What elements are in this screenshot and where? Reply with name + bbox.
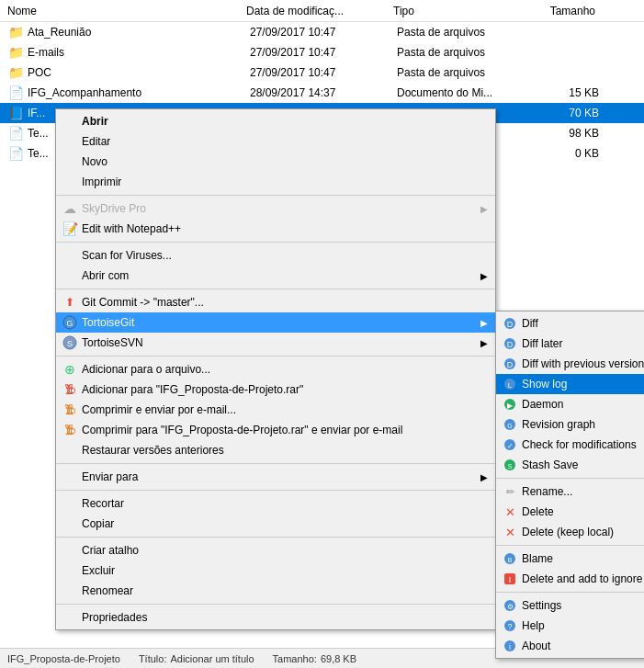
submenu-separator <box>496 478 644 479</box>
submenu-item-diff-prev[interactable]: D Diff with previous version <box>496 354 644 374</box>
submenu-item-diff-later[interactable]: D Diff later <box>496 334 644 354</box>
file-type: Pasta de arquivos <box>397 26 525 39</box>
menu-item-scan[interactable]: Scan for Viruses... <box>56 245 495 266</box>
notepad-icon: 📝 <box>62 221 78 237</box>
svg-text:D: D <box>507 360 514 369</box>
menu-item-git-commit[interactable]: ⬆ Git Commit -> "master"... <box>56 292 495 312</box>
menu-item-propriedades[interactable]: Propriedades <box>56 607 495 628</box>
file-type: Pasta de arquivos <box>397 66 525 79</box>
menu-item-excluir[interactable]: Excluir <box>56 560 495 581</box>
submenu-item-delete-local[interactable]: ✕ Delete (keep local) <box>496 522 644 542</box>
menu-item-editar[interactable]: Editar <box>56 131 495 152</box>
submenu-item-daemon[interactable]: ▶ Daemon <box>496 394 644 414</box>
file-name: IFG_Acompanhamento <box>28 86 250 99</box>
delete-icon: ✕ <box>502 504 518 520</box>
menu-item-adicionar-rar[interactable]: 🗜 Adicionar para "IFG_Proposta-de-Projet… <box>56 379 495 400</box>
propriedades-icon <box>62 609 78 626</box>
svg-text:I: I <box>509 575 512 584</box>
file-date: 27/09/2017 10:47 <box>250 66 397 79</box>
column-tamanho: Tamanho <box>522 5 595 17</box>
criar-atalho-icon <box>62 542 78 559</box>
submenu-item-stash-save[interactable]: S Stash Save <box>496 455 644 475</box>
zip-orange2-icon: 🗜 <box>62 422 78 438</box>
submenu-item-settings[interactable]: ⚙ Settings <box>496 595 644 616</box>
svg-text:B: B <box>508 557 513 563</box>
file-name: Ata_Reunião <box>28 26 250 39</box>
menu-item-restaurar[interactable]: Restaurar versões anteriores <box>56 440 495 460</box>
doc-icon: 📘 <box>7 106 24 120</box>
file-row[interactable]: 📄 IFG_Acompanhamento 28/09/2017 14:37 Do… <box>0 83 644 103</box>
restaurar-icon <box>62 442 78 459</box>
menu-item-criar-atalho[interactable]: Criar atalho <box>56 540 495 560</box>
size-label: Tamanho: <box>273 653 317 664</box>
submenu-item-rename[interactable]: ✏ Rename... <box>496 481 644 502</box>
file-name: POC <box>28 66 250 79</box>
tortoisesvn-icon: S <box>62 334 78 351</box>
svg-text:G: G <box>66 319 73 328</box>
submenu-separator <box>496 592 644 593</box>
separator <box>56 463 495 464</box>
menu-item-comprimir-rar[interactable]: 🗜 Comprimir para "IFG_Proposta-de-Projet… <box>56 420 495 440</box>
menu-item-abrir-com[interactable]: Abrir com <box>56 266 495 286</box>
menu-item-tortoisegit[interactable]: G TortoiseGit D Diff D Diff later <box>56 312 495 333</box>
menu-item-tortoisesvn[interactable]: S TortoiseSVN <box>56 333 495 353</box>
submenu-item-show-log[interactable]: L Show log <box>496 374 644 394</box>
svg-text:⚙: ⚙ <box>507 603 514 611</box>
submenu-item-check-mods[interactable]: ✓ Check for modifications <box>496 435 644 455</box>
svg-text:i: i <box>509 642 511 651</box>
excluir-icon <box>62 562 78 579</box>
blame-icon: B <box>502 550 518 567</box>
recortar-icon <box>62 495 78 512</box>
folder-icon: 📁 <box>7 25 24 40</box>
tortoisegit-icon: G <box>62 314 78 331</box>
menu-item-imprimir[interactable]: Imprimir <box>56 172 495 192</box>
file-date: 27/09/2017 10:47 <box>250 26 397 39</box>
file-row[interactable]: 📁 Ata_Reunião 27/09/2017 10:47 Pasta de … <box>0 22 644 42</box>
menu-item-copiar[interactable]: Copiar <box>56 514 495 534</box>
diff-prev-icon: D <box>502 356 518 372</box>
file-list-header: Nome Data de modificaç... Tipo Tamanho <box>0 0 644 22</box>
menu-item-abrir[interactable]: Abrir <box>56 111 495 131</box>
diff-icon: D <box>502 315 518 332</box>
check-mods-icon: ✓ <box>502 436 518 453</box>
menu-item-enviar[interactable]: Enviar para <box>56 467 495 487</box>
abrir-icon <box>62 113 78 130</box>
svg-text:S: S <box>67 339 73 348</box>
separator <box>56 490 495 491</box>
doc-icon: 📄 <box>7 126 24 141</box>
menu-item-comprimir[interactable]: 🗜 Comprimir e enviar por e-mail... <box>56 400 495 420</box>
delete-ignore-icon: I <box>502 571 518 587</box>
menu-item-notepad[interactable]: 📝 Edit with Notepad++ <box>56 219 495 239</box>
column-nome: Nome <box>7 5 246 17</box>
separator <box>56 604 495 605</box>
menu-item-recortar[interactable]: Recortar <box>56 493 495 514</box>
submenu-item-blame[interactable]: B Blame <box>496 549 644 569</box>
svg-text:✓: ✓ <box>507 442 514 450</box>
editar-icon <box>62 133 78 150</box>
file-row[interactable]: 📁 POC 27/09/2017 10:47 Pasta de arquivos <box>0 62 644 83</box>
submenu-item-help[interactable]: ? Help <box>496 616 644 636</box>
daemon-icon: ▶ <box>502 396 518 413</box>
svg-text:S: S <box>508 463 513 470</box>
menu-item-adicionar[interactable]: ⊕ Adicionar para o arquivo... <box>56 359 495 379</box>
tortoisegit-submenu: D Diff D Diff later D Diff with previous… <box>495 311 644 659</box>
scan-icon <box>62 247 78 264</box>
zip-orange-icon: 🗜 <box>62 402 78 418</box>
submenu-item-revision-graph[interactable]: G Revision graph <box>496 414 644 435</box>
menu-item-renomear[interactable]: Renomear <box>56 581 495 601</box>
submenu-item-about[interactable]: i About <box>496 636 644 656</box>
diff-later-icon: D <box>502 335 518 352</box>
separator <box>56 242 495 243</box>
doc-icon: 📄 <box>7 146 24 161</box>
revision-graph-icon: G <box>502 416 518 433</box>
enviar-icon <box>62 469 78 485</box>
file-row[interactable]: 📁 E-mails 27/09/2017 10:47 Pasta de arqu… <box>0 42 644 62</box>
submenu-item-diff[interactable]: D Diff <box>496 313 644 334</box>
menu-item-novo[interactable]: Novo <box>56 152 495 172</box>
novo-icon <box>62 153 78 170</box>
submenu-item-delete[interactable]: ✕ Delete <box>496 502 644 522</box>
menu-item-skydrive[interactable]: ☁ SkyDrive Pro <box>56 198 495 219</box>
submenu-item-delete-ignore[interactable]: I Delete and add to ignore list <box>496 569 644 589</box>
context-menu: Abrir Editar Novo Imprimir ☁ SkyDrive Pr… <box>55 108 496 630</box>
svg-text:G: G <box>507 423 512 429</box>
